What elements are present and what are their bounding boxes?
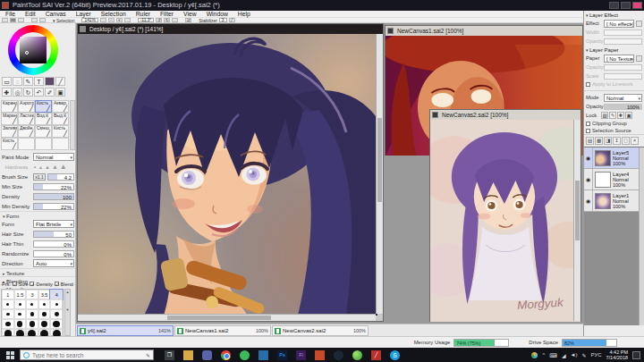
form-dropdown[interactable]: Flat Bristle (33, 220, 74, 228)
rotate-tool-icon[interactable]: ↻ (23, 88, 33, 97)
paint-mode-dropdown[interactable]: Normal (33, 153, 74, 161)
canvas-window-main[interactable]: Desktop / y¢[.sai2 (*) [141%] (77, 23, 384, 322)
lasso-tool-icon[interactable]: ◌ (13, 77, 22, 86)
menu-window[interactable]: Window (207, 11, 228, 17)
menu-view[interactable]: View (183, 11, 197, 17)
brush-size-unit-badge[interactable]: x1.1 (33, 173, 46, 181)
pen-settings-icon[interactable]: ✎ (581, 352, 586, 358)
size-preset[interactable] (38, 299, 51, 309)
direction-dropdown[interactable]: Auto (33, 259, 74, 267)
hand-tool-icon[interactable]: ▣ (55, 88, 65, 97)
effect-options-icon[interactable] (636, 21, 642, 27)
brush-blend[interactable]: Выд.К╱ (52, 113, 69, 125)
main-canvas-vertical-scrollbar[interactable] (376, 34, 383, 314)
randomize-slider[interactable]: 0% (33, 250, 74, 257)
sai-icon[interactable]: ╱ (371, 350, 381, 360)
skype-icon[interactable]: S (390, 350, 400, 360)
size-preset[interactable] (14, 329, 27, 336)
brush-brush2[interactable]: Кисть╱ (52, 125, 69, 138)
menu-ruler[interactable]: Ruler (136, 11, 150, 17)
size-preset[interactable] (2, 309, 14, 319)
apply-linework-checkbox[interactable] (586, 82, 590, 87)
size-preset[interactable] (38, 309, 51, 319)
size-checkbox[interactable] (13, 282, 17, 286)
lock-transparency-icon[interactable]: ▨ (601, 112, 608, 119)
zoom-fit-icon[interactable] (100, 18, 106, 22)
effect-dropdown[interactable]: [ No effect ] (604, 20, 634, 28)
zoom-reset-icon[interactable] (124, 18, 131, 22)
main-canvas-artwork[interactable] (78, 34, 377, 316)
line-tool-icon[interactable]: ╱ (229, 18, 235, 22)
layer-effect-section[interactable]: Layer Effect (584, 11, 644, 19)
touch-keyboard-icon[interactable]: ⌨ (549, 352, 557, 358)
canvas2-vertical-scrollbar[interactable] (573, 120, 580, 321)
new-layer-icon[interactable]: ▤ (586, 137, 594, 145)
file-explorer-icon[interactable] (183, 350, 193, 360)
visibility-eye-icon[interactable]: ◉ (584, 147, 593, 168)
new-folder-icon[interactable]: ▦ (595, 137, 603, 145)
tab-newcanvas1[interactable]: NewCanvas1.sai2 100% (174, 325, 271, 336)
whatsapp-icon[interactable] (240, 350, 250, 360)
blend-mode-dropdown[interactable]: Normal (604, 94, 642, 102)
tray-expand-icon[interactable]: ^ (542, 352, 545, 358)
brush-slot-empty[interactable] (35, 138, 52, 150)
app-red-icon[interactable] (315, 350, 325, 360)
menu-selection[interactable]: Selection (101, 11, 126, 17)
size-preset[interactable]: 3.5 (38, 290, 51, 299)
size-preset[interactable] (50, 299, 63, 309)
size-preset[interactable] (50, 309, 63, 319)
app-green-icon[interactable] (352, 350, 362, 360)
saturation-value-square[interactable] (20, 37, 47, 63)
menu-layer[interactable]: Layer (76, 11, 91, 17)
size-preset[interactable] (38, 319, 51, 329)
panel-toggle3-icon[interactable] (18, 18, 24, 22)
panel-toggle-icon[interactable] (2, 18, 8, 22)
clock[interactable]: 4:42 PM7/14/2018 (606, 349, 628, 360)
brush-double[interactable]: Двойн.╱ (18, 125, 35, 138)
action-center-icon[interactable] (632, 351, 640, 359)
task-view-icon[interactable]: ❐ (165, 350, 174, 360)
taskbar-search[interactable]: ✎ (20, 349, 154, 360)
min-size-slider[interactable]: 22% (33, 183, 74, 190)
language-indicator[interactable]: РУС (591, 352, 602, 358)
panel-toggle2-icon[interactable] (10, 18, 16, 22)
network-icon[interactable]: ◢ (562, 352, 566, 358)
flip-icon[interactable]: ⇄ (185, 18, 191, 22)
brush-slot-empty[interactable] (52, 138, 69, 150)
main-canvas-horizontal-scrollbar[interactable] (78, 314, 376, 321)
size-preset[interactable]: 1.5 (14, 290, 27, 299)
volume-icon[interactable]: ◄) (571, 352, 578, 358)
size-preset[interactable] (26, 329, 38, 336)
density-checkbox[interactable] (30, 282, 34, 286)
zoom-field[interactable]: 141% (81, 18, 97, 22)
paper-dropdown[interactable]: [ No Texture ] (604, 55, 634, 63)
brush-water[interactable]: Вод.К╱ (35, 113, 52, 125)
marquee-tool-icon[interactable]: ▭ (2, 77, 12, 86)
selection-mode-label[interactable]: ▾ Selection (53, 18, 74, 23)
visibility-eye-icon[interactable]: ◉ (584, 190, 593, 211)
clear-layer-icon[interactable]: ◻ (622, 137, 630, 145)
size-preset[interactable] (26, 319, 38, 329)
menu-filter[interactable]: Filter (160, 11, 174, 17)
menu-canvas[interactable]: Canvas (46, 11, 66, 17)
size-preset[interactable]: 1 (2, 290, 14, 299)
layer-row-layer4[interactable]: ◉ Layer4 Normal 100% (584, 169, 644, 190)
tab-main-canvas[interactable]: y¢[.sai2 141% (77, 325, 174, 336)
canvas-window-newcanvas2[interactable]: NewCanvas2.sai2 [100%] (429, 109, 581, 322)
layer-row-layer1[interactable]: ◉ Layer1 Normal 100% (584, 190, 644, 212)
size-preset[interactable] (14, 299, 27, 309)
brush-marker[interactable]: Маркер╱ (1, 113, 18, 125)
brush-grid-scrollbar[interactable] (70, 100, 75, 150)
brush-mix[interactable]: Смеш.╱ (35, 125, 52, 138)
size-preset[interactable] (2, 299, 14, 309)
eyedropper-tool-icon[interactable]: ✐ (45, 88, 55, 97)
size-preset[interactable] (14, 319, 27, 329)
defender-icon[interactable] (531, 352, 538, 358)
new-mask-icon[interactable]: ◨ (604, 137, 612, 145)
lock-all-icon[interactable]: ▣ (625, 112, 632, 119)
layer-paper-section[interactable]: Layer Paper (584, 46, 644, 54)
angle-field[interactable]: -11.3° (138, 18, 155, 22)
min-density-slider[interactable]: 22% (33, 203, 74, 210)
lock-paint-icon[interactable]: ✎ (609, 112, 616, 119)
size-preset[interactable] (26, 309, 38, 319)
